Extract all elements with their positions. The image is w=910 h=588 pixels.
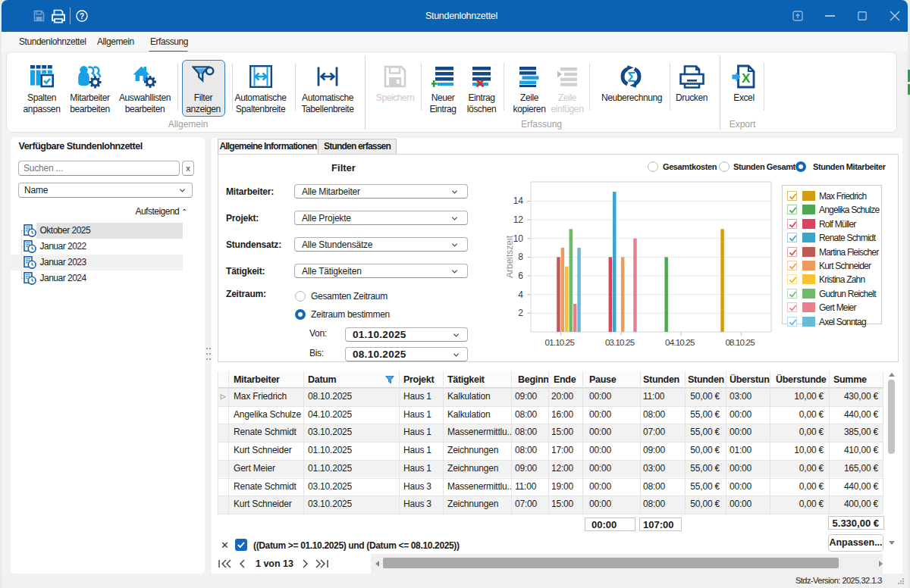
svg-text:X: X: [742, 71, 751, 86]
svg-text:12: 12: [513, 214, 524, 225]
svg-text:08.10.25: 08.10.25: [725, 338, 755, 347]
svg-text:03.10.25: 03.10.25: [605, 338, 635, 347]
svg-text:4: 4: [518, 289, 523, 300]
svg-text:04.10.25: 04.10.25: [665, 338, 695, 347]
svg-text:01.10.25: 01.10.25: [545, 338, 575, 347]
svg-text:?: ?: [80, 12, 84, 20]
svg-text:Arbeitszeit: Arbeitszeit: [507, 235, 515, 278]
svg-text:6: 6: [518, 271, 523, 281]
svg-text:14: 14: [513, 195, 524, 206]
svg-text:Σ: Σ: [628, 70, 636, 85]
svg-text:2: 2: [518, 308, 523, 318]
svg-text:8: 8: [518, 252, 523, 262]
